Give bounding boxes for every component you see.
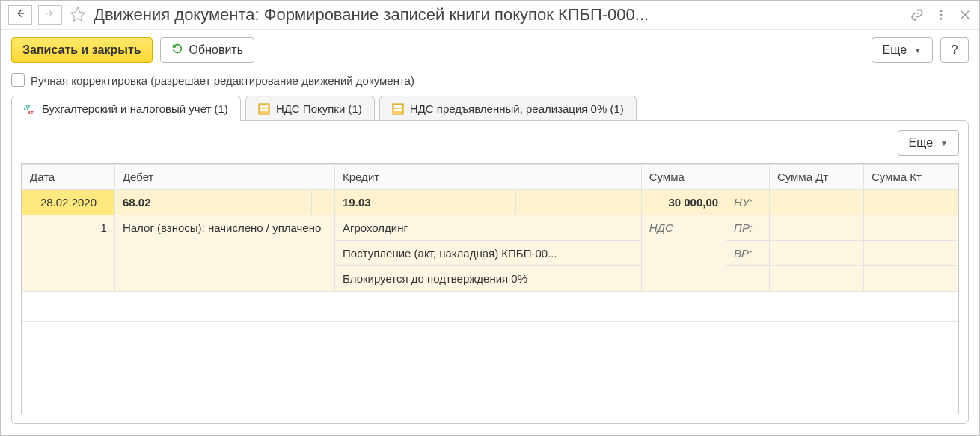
col-sum-dt[interactable]: Сумма Дт [769, 165, 863, 190]
chevron-down-icon: ▼ [914, 46, 922, 55]
cell-debit-acc: 68.02 [114, 190, 311, 215]
more-label: Еще [883, 43, 907, 57]
table-row [22, 292, 958, 322]
more-button[interactable]: Еще ▼ [872, 37, 933, 63]
cell-credit-ext [515, 190, 641, 215]
tab-vat-zero-label: НДС предъявленный, реализация 0% (1) [410, 102, 624, 115]
cell-sum-kt [863, 215, 958, 241]
col-sum[interactable]: Сумма [641, 165, 726, 190]
help-button[interactable]: ? [940, 37, 969, 63]
refresh-label: Обновить [189, 43, 243, 57]
manual-correction-label: Ручная корректировка (разрешает редактир… [31, 74, 414, 87]
tab-vat-purchases-label: НДС Покупки (1) [276, 102, 362, 115]
favorite-button[interactable] [68, 5, 88, 25]
tab-vat-purchases[interactable]: НДС Покупки (1) [245, 96, 375, 121]
arrow-right-icon [45, 8, 55, 22]
svg-text:Дт: Дт [24, 104, 31, 110]
save-close-button[interactable]: Записать и закрыть [11, 37, 153, 63]
dtkt-icon: ДтКт [24, 103, 36, 115]
col-credit[interactable]: Кредит [335, 165, 642, 190]
svg-rect-7 [260, 109, 268, 111]
table-row[interactable]: 28.02.2020 68.02 19.03 30 000,00 НУ: [22, 190, 958, 215]
svg-point-0 [940, 10, 943, 12]
cell-sum-dt [769, 190, 863, 215]
register-icon [392, 103, 404, 115]
cell-sum-dt [769, 266, 863, 292]
cell-sum-dt [769, 215, 863, 241]
manual-correction-checkbox[interactable] [11, 73, 25, 87]
col-sum-kt[interactable]: Сумма Кт [863, 165, 958, 190]
cell-sum-nds: НДС [641, 215, 726, 292]
cell-sum-dt [769, 241, 863, 266]
help-label: ? [952, 43, 958, 57]
svg-rect-10 [394, 109, 402, 111]
tab-accounting-label: Бухгалтерский и налоговый учет (1) [42, 102, 228, 115]
tab-vat-zero[interactable]: НДС предъявленный, реализация 0% (1) [379, 96, 637, 121]
col-tag [726, 165, 770, 190]
forward-button[interactable] [38, 5, 62, 25]
window-title: Движения документа: Формирование записей… [94, 5, 904, 25]
table-row[interactable]: 1 Налог (взносы): начислено / уплачено А… [22, 215, 958, 241]
cell-credit-1: Агрохолдинг [335, 215, 642, 241]
cell-tag-vr: ВР: [726, 241, 770, 266]
more-vert-icon[interactable] [934, 8, 948, 22]
svg-rect-9 [394, 105, 402, 108]
cell-date: 28.02.2020 [22, 190, 115, 215]
link-icon[interactable] [910, 8, 924, 22]
grid-more-button[interactable]: Еще ▼ [898, 130, 959, 156]
cell-sum-kt [863, 266, 958, 292]
refresh-icon [171, 43, 183, 58]
svg-text:Кт: Кт [28, 110, 34, 115]
cell-sum-kt [863, 241, 958, 266]
cell-tag-nu: НУ: [726, 190, 770, 215]
star-icon [70, 6, 86, 25]
save-close-label: Записать и закрыть [22, 43, 141, 57]
cell-sum: 30 000,00 [641, 190, 726, 215]
cell-debit-ext [311, 190, 335, 215]
accounting-grid[interactable]: Дата Дебет Кредит Сумма Сумма Дт Сумма К… [21, 163, 959, 414]
cell-line-no: 1 [22, 215, 115, 292]
cell-credit-2: Поступление (акт, накладная) КПБП-00... [335, 241, 642, 266]
cell-credit-acc: 19.03 [335, 190, 516, 215]
register-icon [258, 103, 270, 115]
chevron-down-icon: ▼ [940, 139, 948, 147]
cell-tag-pr: ПР: [726, 215, 770, 241]
arrow-left-icon [15, 8, 25, 22]
cell-tag-empty [726, 266, 770, 292]
svg-rect-6 [260, 105, 268, 108]
cell-credit-3: Блокируется до подтверждения 0% [335, 266, 642, 292]
cell-debit-desc: Налог (взносы): начислено / уплачено [114, 215, 334, 292]
refresh-button[interactable]: Обновить [160, 37, 254, 63]
col-debit[interactable]: Дебет [114, 165, 334, 190]
back-button[interactable] [8, 5, 32, 25]
close-icon[interactable] [958, 8, 972, 22]
grid-more-label: Еще [909, 136, 934, 150]
cell-sum-kt [863, 190, 958, 215]
col-date[interactable]: Дата [22, 165, 115, 190]
svg-point-2 [940, 18, 943, 20]
svg-point-1 [940, 14, 943, 16]
tab-accounting[interactable]: ДтКт Бухгалтерский и налоговый учет (1) [11, 96, 241, 121]
